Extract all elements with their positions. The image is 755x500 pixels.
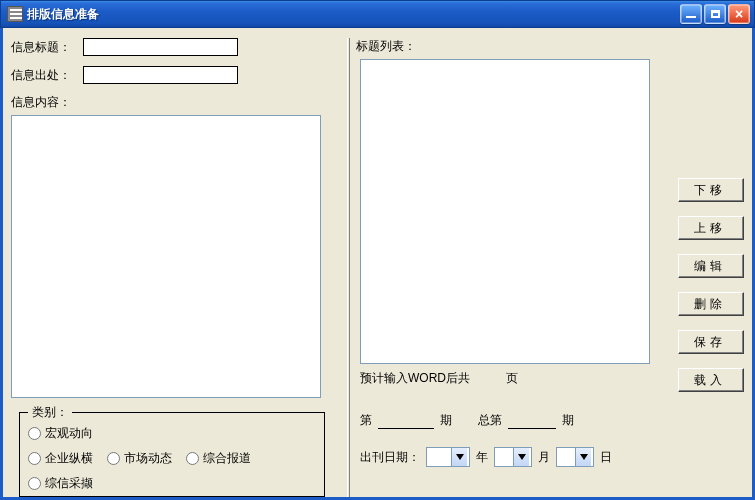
info-title-label: 信息标题：: [11, 39, 83, 56]
category-group: 类别： 宏观动向 企业纵横 市场动态 综合报道: [19, 404, 325, 497]
edit-button[interactable]: 编辑: [678, 254, 744, 278]
dropdown-arrow-icon[interactable]: [575, 448, 591, 466]
dropdown-arrow-icon[interactable]: [513, 448, 529, 466]
category-radio-1[interactable]: [28, 452, 41, 465]
month-unit: 月: [538, 449, 550, 466]
move-up-button[interactable]: 上移: [678, 216, 744, 240]
category-legend: 类别：: [28, 404, 72, 421]
category-option[interactable]: 综合报道: [186, 450, 251, 467]
total-issue-prefix: 总第: [478, 412, 502, 429]
word-count-prefix: 预计输入WORD后共: [360, 370, 470, 387]
delete-button[interactable]: 删除: [678, 292, 744, 316]
day-unit: 日: [600, 449, 612, 466]
total-issue-no-input[interactable]: [508, 411, 556, 429]
year-input[interactable]: [427, 449, 451, 465]
minimize-button[interactable]: [680, 4, 702, 24]
info-title-input[interactable]: [83, 38, 238, 56]
category-radio-0[interactable]: [28, 427, 41, 440]
publish-date-label: 出刊日期：: [360, 449, 420, 466]
load-button[interactable]: 载入: [678, 368, 744, 392]
word-count-value: [476, 370, 500, 387]
category-option[interactable]: 企业纵横: [28, 450, 93, 467]
app-icon: [7, 6, 23, 22]
issue-no-input[interactable]: [378, 411, 434, 429]
info-content-textarea[interactable]: [11, 115, 321, 398]
client-area: 信息标题： 信息出处： 信息内容： 类别： 宏观动向 企业纵横: [0, 28, 755, 500]
category-label-3: 综合报道: [203, 450, 251, 467]
pane-divider: [347, 38, 350, 497]
month-combo[interactable]: [494, 447, 532, 467]
category-label-1: 企业纵横: [45, 450, 93, 467]
year-combo[interactable]: [426, 447, 470, 467]
info-source-label: 信息出处：: [11, 67, 83, 84]
category-option[interactable]: 市场动态: [107, 450, 172, 467]
dropdown-arrow-icon[interactable]: [451, 448, 467, 466]
maximize-button[interactable]: [704, 4, 726, 24]
info-content-label: 信息内容：: [11, 95, 71, 109]
year-unit: 年: [476, 449, 488, 466]
category-option[interactable]: 综信采撷: [28, 475, 316, 492]
info-source-input[interactable]: [83, 66, 238, 84]
category-label-4: 综信采撷: [45, 475, 93, 492]
title-listbox[interactable]: [360, 59, 650, 364]
month-input[interactable]: [495, 449, 513, 465]
window-title: 排版信息准备: [27, 6, 680, 23]
svg-marker-0: [456, 454, 464, 460]
save-button[interactable]: 保存: [678, 330, 744, 354]
category-option[interactable]: 宏观动向: [28, 425, 316, 442]
svg-marker-1: [518, 454, 526, 460]
issue-mid: 期: [440, 412, 452, 429]
day-input[interactable]: [557, 449, 575, 465]
category-radio-3[interactable]: [186, 452, 199, 465]
move-down-button[interactable]: 下移: [678, 178, 744, 202]
category-label-0: 宏观动向: [45, 425, 93, 442]
title-list-label: 标题列表：: [356, 38, 744, 55]
day-combo[interactable]: [556, 447, 594, 467]
issue-prefix: 第: [360, 412, 372, 429]
left-pane: 信息标题： 信息出处： 信息内容： 类别： 宏观动向 企业纵横: [11, 38, 341, 497]
close-button[interactable]: ×: [728, 4, 750, 24]
action-button-column: 下移 上移 编辑 删除 保存 载入: [678, 178, 744, 392]
window-titlebar: 排版信息准备 ×: [0, 0, 755, 28]
category-label-2: 市场动态: [124, 450, 172, 467]
category-radio-4[interactable]: [28, 477, 41, 490]
word-count-suffix: 页: [506, 370, 518, 387]
svg-marker-2: [580, 454, 588, 460]
total-issue-suffix: 期: [562, 412, 574, 429]
category-radio-2[interactable]: [107, 452, 120, 465]
